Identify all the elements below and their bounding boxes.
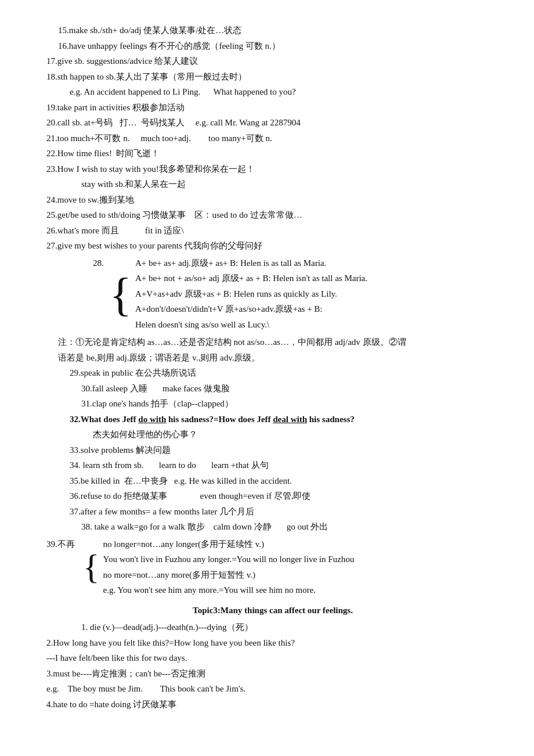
item-39-brace-content: no longer=not…any longer(多用于延续性 v.) You … [103, 537, 355, 599]
brace-left-icon: { [110, 256, 132, 333]
topic3-line-2b: ---I have felt/been like this for two da… [46, 651, 499, 666]
line-20: 20.call sb. at+号码 打… 号码找某人 e.g. call Mr.… [46, 116, 499, 131]
line-18eg: e.g. An accident happened to Li Ping. Wh… [46, 85, 499, 100]
line-15: 15.make sb./sth+ do/adj 使某人做某事/处在…状态 [46, 23, 499, 38]
line-35: 35.be killed in 在…中丧身 e.g. He was killed… [46, 474, 499, 489]
topic3-title: Topic3:Many things can affect our feelin… [46, 603, 499, 618]
item-39-block: 39.不再 { no longer=not…any longer(多用于延续性 … [46, 537, 499, 599]
brace39-line-1: no longer=not…any longer(多用于延续性 v.) [103, 537, 355, 552]
line-31: 31.clap one's hands 拍手（clap--clapped） [46, 397, 499, 412]
brace39-line-4: e.g. You won't see him any more.=You wil… [103, 583, 355, 598]
topic3-line-3eg: e.g. The boy must be Jim. This book can'… [46, 682, 499, 697]
line-38: 38. take a walk=go for a walk 散步 calm do… [46, 520, 499, 535]
brace-line-3: A+V+as+adv 原级+as + B: Helen runs as quic… [135, 287, 367, 302]
note-line-2: 语若是 be,则用 adj.原级；谓语若是 v.,则用 adv.原级。 [46, 351, 499, 366]
brace39-line-2: You won't live in Fuzhou any longer.=You… [103, 552, 355, 567]
line-17: 17.give sb. suggestions/advice 给某人建议 [46, 54, 499, 69]
item-39-label-col: 39.不再 [46, 537, 77, 599]
brace-line-1: A+ be+ as+ adj.原级+ as+ B: Helen is as ta… [135, 256, 367, 271]
line-18: 18.sth happen to sb.某人出了某事（常用一般过去时） [46, 70, 499, 85]
brace39-line-3: no more=not…any more(多用于短暂性 v.) [103, 568, 355, 583]
topic3-line-4: 4.hate to do =hate doing 讨厌做某事 [46, 697, 499, 712]
line-24: 24.move to sw.搬到某地 [46, 193, 499, 208]
brace-line-5: Helen doesn't sing as/so well as Lucy.\ [135, 318, 367, 333]
line-33: 33.solve problems 解决问题 [46, 443, 499, 458]
line-21: 21.too much+不可数 n. much too+adj. too man… [46, 131, 499, 146]
line-23: 23.How I wish to stay with you!我多希望和你呆在一… [46, 162, 499, 177]
brace-line-2: A+ be+ not + as/so+ adj 原级+ as + B: Hele… [135, 271, 367, 286]
brace-line-4: A+don't/doesn't/didn't+V 原+as/so+adv.原级+… [135, 302, 367, 317]
item-28-block: 28. { A+ be+ as+ adj.原级+ as+ B: Helen is… [93, 256, 499, 333]
line-32b: 杰夫如何处理他的伤心事？ [46, 427, 499, 442]
note-line-1: 注：①无论是肯定结构 as…as…还是否定结构 not as/so…as…，中间… [46, 335, 499, 350]
line-19: 19.take part in activities 积极参加活动 [46, 100, 499, 116]
line-26: 26.what's more 而且 fit in 适应\ [46, 224, 499, 239]
line-34: 34. learn sth from sb. learn to do learn… [46, 458, 499, 473]
line-23b: stay with sb.和某人呆在一起 [46, 177, 499, 192]
topic3-line-2: 2.How long have you felt like this?=How … [46, 636, 499, 651]
line-25: 25.get/be used to sth/doing 习惯做某事 区：used… [46, 208, 499, 223]
main-content: 15.make sb./sth+ do/adj 使某人做某事/处在…状态 16.… [46, 23, 499, 712]
line-29: 29.speak in public 在公共场所说话 [46, 366, 499, 381]
topic3-line-3: 3.must be----肯定推测；can't be---否定推测 [46, 667, 499, 682]
line-36: 36.refuse to do 拒绝做某事 even though=even i… [46, 489, 499, 504]
item-28-brace-wrapper: { A+ be+ as+ adj.原级+ as+ B: Helen is as … [110, 256, 367, 333]
line-16: 16.have unhappy feelings 有不开心的感觉（feeling… [46, 39, 499, 54]
item-28-brace-content: A+ be+ as+ adj.原级+ as+ B: Helen is as ta… [135, 256, 367, 333]
brace39-left-icon: { [83, 537, 100, 599]
line-37: 37.after a few months= a few months late… [46, 505, 499, 520]
line-32: 32.What does Jeff do with his sadness?=H… [46, 412, 499, 427]
item-39-brace-wrapper: { no longer=not…any longer(多用于延续性 v.) Yo… [83, 537, 355, 599]
topic3-line-1: 1. die (v.)—dead(adj.)---death(n.)---dyi… [46, 620, 499, 635]
line-27: 27.give my best wishes to your parents 代… [46, 239, 499, 254]
item-28-label: 28. [93, 256, 110, 333]
line-30: 30.fall asleep 入睡 make faces 做鬼脸 [46, 381, 499, 397]
line-22: 22.How time flies! 时间飞逝！ [46, 146, 499, 161]
